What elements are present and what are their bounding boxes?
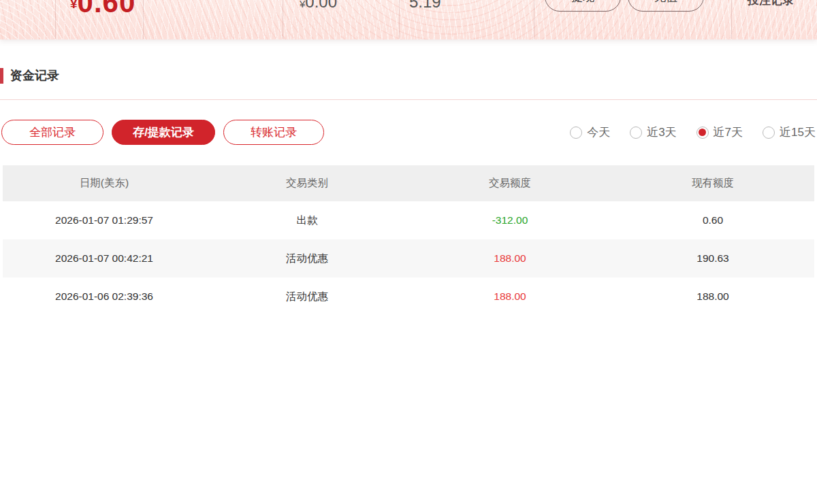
column-header-1: 交易类别 (206, 176, 408, 190)
table-header: 日期(美东)交易类别交易额度现有额度 (3, 165, 814, 201)
funds-table: 日期(美东)交易类别交易额度现有额度 2026-01-07 01:29:57出款… (3, 165, 814, 316)
radio-checked-icon (696, 127, 709, 139)
date-range-radio-3[interactable]: 近15天 (763, 124, 816, 140)
summary-divider (534, 0, 534, 39)
amount-cell: -312.00 (408, 214, 611, 226)
table-body: 2026-01-07 01:29:57出款-312.000.602026-01-… (3, 201, 814, 316)
summary-divider (731, 0, 732, 39)
balance-cell: 188.00 (611, 290, 814, 303)
main-balance-amount: 0.60 (78, 0, 136, 18)
summary-divider (143, 0, 144, 39)
amount-cell: 188.00 (408, 252, 611, 265)
type-cell: 出款 (206, 214, 408, 228)
secondary-balance: ¥0.00 (300, 0, 337, 12)
main-balance: ¥0.60 (70, 0, 135, 19)
column-header-2: 交易额度 (408, 176, 611, 190)
date-range-radio-2[interactable]: 近7天 (696, 124, 743, 140)
withdraw-button[interactable]: 提现 (545, 0, 621, 12)
secondary-balance-amount: 0.00 (305, 0, 337, 11)
type-cell: 活动优惠 (206, 290, 408, 304)
section-header: 资金记录 (0, 67, 817, 84)
date-range-label: 近3天 (647, 124, 676, 140)
date-cell: 2026-01-07 00:42:21 (3, 252, 206, 265)
column-header-3: 现有额度 (611, 176, 814, 190)
filter-tab-all[interactable]: 全部记录 (1, 120, 103, 145)
table-row: 2026-01-06 02:39:36活动优惠188.00188.00 (3, 278, 814, 316)
balance-cell: 190.63 (611, 252, 814, 265)
section-accent-bar (0, 68, 3, 84)
deposit-button[interactable]: 充值 (628, 0, 704, 12)
filter-row: 全部记录存/提款记录转账记录 今天近3天近7天近15天 (0, 120, 817, 145)
page-title: 资金记录 (10, 67, 59, 84)
date-range-group: 今天近3天近7天近15天 (570, 124, 817, 140)
date-range-label: 今天 (587, 124, 610, 140)
date-range-radio-1[interactable]: 近3天 (630, 124, 676, 140)
table-row: 2026-01-07 00:42:21活动优惠188.00190.63 (3, 239, 814, 278)
filter-tab-deposit-withdraw[interactable]: 存/提款记录 (112, 120, 215, 145)
date-cell: 2026-01-07 01:29:57 (3, 214, 206, 226)
summary-divider (55, 0, 56, 39)
type-cell: 活动优惠 (206, 252, 408, 266)
records-link[interactable]: 投注记录 (748, 0, 794, 8)
third-balance: 5.19 (409, 0, 441, 12)
date-range-label: 近7天 (714, 124, 743, 140)
currency-symbol: ¥ (70, 0, 78, 11)
column-header-0: 日期(美东) (3, 176, 206, 190)
third-balance-amount: 5.19 (409, 0, 441, 11)
radio-unchecked-icon (630, 127, 642, 139)
date-range-radio-0[interactable]: 今天 (570, 124, 610, 140)
section-divider (0, 99, 817, 100)
radio-unchecked-icon (570, 127, 582, 139)
table-row: 2026-01-07 01:29:57出款-312.000.60 (3, 201, 814, 239)
radio-unchecked-icon (763, 127, 775, 139)
summary-divider (399, 0, 400, 39)
account-summary-bar: ¥0.60 ¥0.00 5.19 提现 充值 投注记录 (0, 0, 817, 39)
filter-tab-transfer[interactable]: 转账记录 (223, 120, 324, 145)
record-type-tabs: 全部记录存/提款记录转账记录 (0, 120, 324, 145)
date-range-label: 近15天 (780, 124, 816, 140)
date-cell: 2026-01-06 02:39:36 (3, 290, 206, 303)
amount-cell: 188.00 (408, 290, 611, 303)
summary-divider (283, 0, 283, 39)
balance-cell: 0.60 (611, 214, 814, 226)
